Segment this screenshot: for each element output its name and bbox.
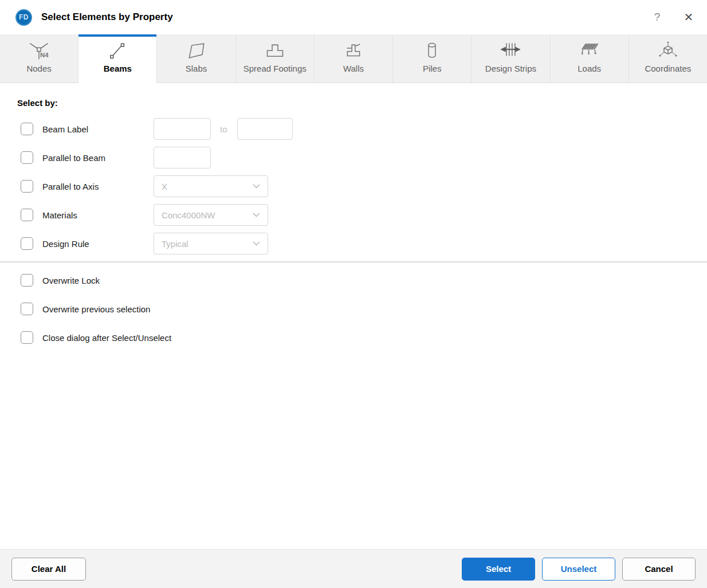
form-row-design-rule: Design Rule Typical (17, 233, 690, 254)
spread-footings-icon (264, 41, 286, 61)
beams-icon (106, 41, 129, 61)
parallel-to-beam-text: Parallel to Beam (42, 153, 154, 163)
tab-label: Loads (578, 64, 601, 73)
chevron-down-icon (253, 213, 260, 217)
form-row-materials: Materials Conc4000NW (17, 204, 690, 226)
form-row-beam-label: Beam Label to (17, 118, 690, 140)
node-tag-text: N4 (40, 52, 49, 58)
app-logo-text: FD (19, 13, 29, 21)
walls-icon (342, 41, 365, 61)
tab-label: Nodes (26, 64, 51, 73)
tab-walls[interactable]: Walls (315, 34, 393, 83)
close-dialog-text: Close dialog after Select/Unselect (42, 333, 171, 343)
beam-label-text: Beam Label (42, 124, 154, 134)
form-section: Select by: Beam Label to Parallel to Bea… (0, 83, 707, 254)
overwrite-previous-checkbox[interactable] (21, 303, 33, 315)
tab-label: Coordinates (645, 64, 691, 73)
tab-slabs[interactable]: Slabs (157, 34, 235, 83)
cancel-button[interactable]: Cancel (622, 558, 696, 581)
chevron-down-icon (253, 241, 260, 246)
tab-spread-footings[interactable]: Spread Footings (236, 34, 315, 83)
piles-icon (421, 41, 443, 61)
design-strips-icon (499, 41, 522, 61)
footer-bar: Clear All Select Unselect Cancel (0, 549, 707, 588)
tab-coordinates[interactable]: Coordinates (629, 34, 707, 83)
beam-label-from-input[interactable] (154, 118, 211, 140)
dropdown-value: Conc4000NW (162, 210, 215, 220)
tab-design-strips[interactable]: Design Strips (472, 34, 550, 83)
nodes-icon: N4 (28, 41, 50, 61)
tab-label: Beams (104, 64, 132, 73)
tab-label: Walls (343, 64, 364, 73)
tab-beams[interactable]: Beams (78, 34, 157, 83)
dropdown-value: X (162, 182, 167, 191)
slabs-icon (185, 41, 208, 61)
tab-piles[interactable]: Piles (393, 34, 472, 83)
materials-checkbox[interactable] (21, 209, 33, 221)
tab-bar: N4 Nodes Beams Slabs Spread Footings (0, 34, 707, 83)
tab-label: Piles (423, 64, 442, 73)
chevron-down-icon (253, 184, 260, 189)
overwrite-previous-text: Overwrite previous selection (42, 304, 150, 314)
to-label: to (220, 124, 227, 134)
beam-label-to-input[interactable] (237, 118, 293, 140)
page-title: Select Elements by Property (41, 11, 173, 23)
parallel-to-beam-input[interactable] (154, 147, 211, 168)
tab-loads[interactable]: Loads (551, 34, 629, 83)
design-rule-text: Design Rule (42, 239, 154, 249)
title-bar: FD Select Elements by Property ? ✕ (0, 0, 707, 34)
form-row-parallel-to-beam: Parallel to Beam (17, 147, 690, 168)
help-icon[interactable]: ? (647, 7, 667, 27)
select-button[interactable]: Select (462, 558, 535, 581)
clear-all-button[interactable]: Clear All (11, 558, 86, 581)
coordinates-icon (657, 41, 679, 61)
tab-nodes[interactable]: N4 Nodes (0, 34, 78, 83)
overwrite-lock-text: Overwrite Lock (42, 276, 100, 285)
parallel-to-axis-dropdown[interactable]: X (154, 175, 268, 197)
loads-icon (578, 41, 601, 61)
tab-label: Slabs (186, 64, 207, 73)
form-row-parallel-to-axis: Parallel to Axis X (17, 175, 690, 197)
materials-text: Materials (42, 210, 154, 220)
beam-label-checkbox[interactable] (21, 123, 33, 135)
app-logo: FD (15, 9, 32, 26)
tab-label: Spread Footings (243, 64, 307, 73)
option-row-overwrite-lock: Overwrite Lock (17, 274, 690, 287)
parallel-to-axis-checkbox[interactable] (21, 180, 33, 193)
tab-label: Design Strips (485, 64, 536, 73)
design-rule-dropdown[interactable]: Typical (154, 233, 268, 254)
option-row-overwrite-previous: Overwrite previous selection (17, 303, 690, 315)
dropdown-value: Typical (162, 239, 188, 249)
close-icon[interactable]: ✕ (677, 6, 700, 29)
unselect-button[interactable]: Unselect (542, 558, 615, 581)
overwrite-lock-checkbox[interactable] (21, 274, 33, 287)
parallel-to-beam-checkbox[interactable] (21, 151, 33, 164)
options-section: Overwrite Lock Overwrite previous select… (0, 262, 707, 344)
select-by-heading: Select by: (17, 98, 690, 108)
parallel-to-axis-text: Parallel to Axis (42, 182, 154, 191)
option-row-close-dialog: Close dialog after Select/Unselect (17, 331, 690, 344)
materials-dropdown[interactable]: Conc4000NW (154, 204, 268, 226)
close-dialog-checkbox[interactable] (21, 331, 33, 344)
design-rule-checkbox[interactable] (21, 237, 33, 250)
